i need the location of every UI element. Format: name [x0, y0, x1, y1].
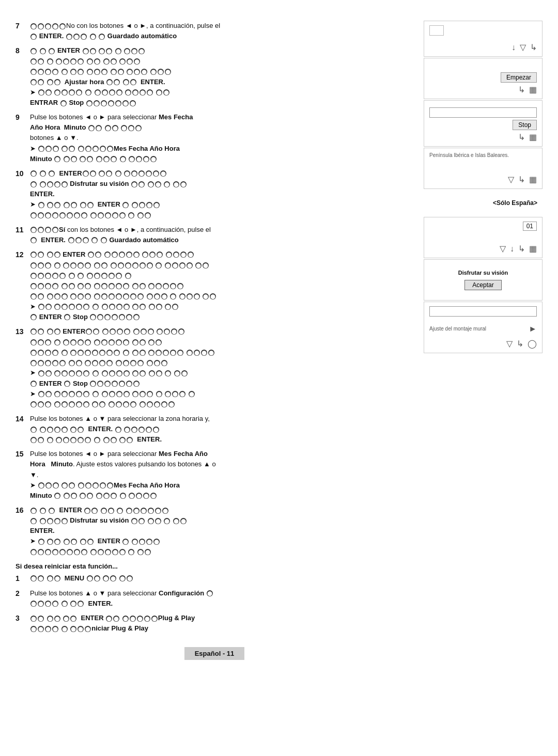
bullet-icon: ⬤: [67, 549, 73, 555]
sidebar-input-3[interactable]: [429, 107, 537, 118]
bullet-icon: ⬤: [54, 304, 60, 310]
bullet-icon: ⬤: [132, 339, 138, 345]
step-13: 13 ⬤⬤ ⬤⬤ ENTER⬤⬤ ⬤⬤⬤⬤ ⬤⬤⬤ ⬤⬤⬤⬤ ⬤⬤⬤ ⬤ ⬤⬤⬤…: [16, 326, 413, 410]
stop-button[interactable]: Stop: [513, 120, 537, 130]
bullet-icon: ⬤: [156, 339, 162, 345]
bullet-icon: ⬤: [116, 89, 122, 96]
bullet-icon: ⬤: [114, 79, 120, 85]
bullet-icon: ⬤: [112, 251, 118, 258]
bullet-icon: ⬤: [94, 283, 100, 289]
bullet-icon: ⬤: [119, 437, 126, 443]
bullet-icon: ⬤: [38, 283, 44, 289]
bullet-icon: ⬤: [135, 125, 142, 131]
bullet-icon: ⬤: [163, 350, 169, 356]
bullet-icon: ⬤: [30, 170, 37, 177]
sidebar-panel-7: Disfrutar su visión Aceptar: [424, 259, 542, 301]
bullet-icon: ⬤: [75, 237, 82, 243]
bullet-icon: ⬤: [78, 437, 84, 443]
bullet-icon: ⬤: [103, 575, 109, 581]
bullet-icon: ⬤: [154, 360, 160, 366]
aceptar-button[interactable]: Aceptar: [464, 280, 501, 290]
bullet-icon: ⬤: [119, 251, 125, 258]
bullet-icon: ⬤: [146, 202, 152, 208]
bullet-icon: ⬤: [163, 283, 169, 289]
bullet-icon: ⬤: [52, 23, 58, 29]
bullet-icon: ⬤: [70, 437, 76, 443]
bullet-icon: ⬤: [164, 518, 170, 524]
bullet-icon: ⬤: [69, 304, 75, 310]
bullet-icon: ⬤: [111, 58, 117, 65]
bullet-icon: ⬤: [143, 493, 149, 499]
bullet-icon: ⬤: [119, 549, 126, 555]
bullet-icon: ⬤: [154, 401, 160, 407]
bullet-icon: ⬤: [45, 262, 51, 269]
bullet-icon: ⬤: [153, 202, 160, 208]
return-icon: ↳: [518, 244, 525, 254]
bullet-icon: ⬤: [178, 328, 184, 335]
bullet-icon: ⬤: [38, 549, 44, 555]
bullet-icon: ⬤: [177, 350, 183, 356]
bullet-icon: ⬤: [38, 328, 44, 335]
bullet-icon: ⬤: [95, 251, 101, 258]
bullet-icon: ⬤: [98, 549, 104, 555]
triangle-icon: ▽: [506, 339, 513, 349]
bullet-icon: ⬤: [54, 518, 60, 524]
bullet-icon: ⬤: [81, 34, 87, 40]
bullet-icon: ⬤: [61, 283, 68, 289]
bullet-icon: ⬤: [203, 262, 209, 269]
bullet-icon: ⬤: [81, 549, 87, 555]
bullet-icon: ⬤: [139, 202, 145, 208]
bullet-icon: ⬤: [111, 493, 117, 499]
bullet-icon: ⬤: [94, 293, 100, 300]
bullet-icon: ⬤: [148, 339, 154, 345]
bullet-icon: ⬤: [138, 170, 145, 177]
bullet-icon: ⬤: [47, 79, 53, 85]
bullet-icon: ⬤: [91, 237, 98, 243]
empezar-button[interactable]: Empezar: [501, 72, 537, 83]
bullet-icon: ⬤: [121, 125, 127, 131]
bullet-icon: ⬤: [38, 626, 44, 632]
bullet-icon: ⬤: [52, 360, 58, 366]
bullet-icon: ⬤: [140, 89, 146, 96]
bullet-icon: ⬤: [45, 401, 51, 407]
bullet-icon: ⬤: [69, 273, 75, 279]
bullet-icon: ⬤: [99, 170, 105, 177]
bullet-icon: ⬤: [94, 575, 100, 581]
bullet-icon: ⬤: [111, 437, 117, 443]
bullet-icon: ⬤: [30, 508, 37, 514]
bullet-icon: ⬤: [147, 89, 153, 96]
bullet-icon: ⬤: [126, 251, 132, 258]
bullet-icon: ⬤: [69, 283, 75, 289]
bullet-icon: ⬤: [30, 601, 37, 607]
bullet-icon: ⬤: [76, 360, 82, 366]
bullet-icon: ⬤: [140, 339, 146, 345]
bullet-icon: ⬤: [179, 262, 185, 269]
bullet-icon: ⬤: [132, 283, 138, 289]
sidebar-input-8[interactable]: [429, 306, 537, 317]
bullet-icon: ⬤: [59, 360, 66, 366]
bullet-icon: ⬤: [88, 125, 95, 131]
bullet-icon: ⬤: [85, 146, 91, 152]
bullet-icon: ⬤: [54, 339, 60, 345]
sidebar-panel-5: <Sólo España>: [424, 190, 542, 216]
sidebar-icons-row-2: ↳ ▦: [518, 85, 537, 94]
bullet-icon: ⬤: [195, 262, 202, 269]
bullet-icon: ⬤: [73, 34, 80, 40]
montaje-text: Ajuste del montaje mural: [429, 326, 486, 332]
bullet-icon: ⬤: [170, 293, 176, 300]
bullet-icon: ⬤: [174, 370, 180, 376]
bullet-icon: ⬤: [153, 427, 159, 433]
bullet-icon: ⬤: [161, 401, 167, 407]
bullet-icon: ⬤: [30, 23, 37, 29]
bullet-icon: ⬤: [140, 391, 146, 397]
step-14: 14 Pulse los botones ▲ o ▼ para seleccio…: [16, 414, 413, 445]
bullet-icon: ⬤: [45, 601, 51, 607]
bullet-icon: ⬤: [156, 391, 162, 397]
bullet-icon: ⬤: [30, 181, 37, 187]
bullet-icon: ⬤: [54, 575, 60, 581]
bullet-icon: ⬤: [70, 626, 76, 632]
bullet-icon: ⬤: [125, 273, 131, 279]
bullet-icon: ⬤: [141, 508, 147, 514]
bullet-icon: ⬤: [78, 601, 84, 607]
disfrutar-title: Disfrutar su visión: [458, 270, 508, 276]
